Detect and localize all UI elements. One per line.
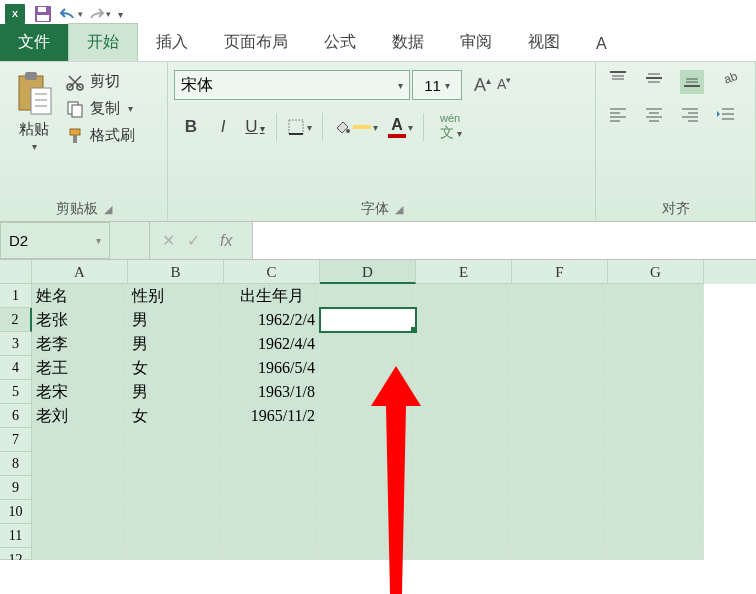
- row-header[interactable]: 9: [0, 476, 32, 500]
- align-right-button[interactable]: [680, 106, 700, 126]
- cell[interactable]: [416, 428, 512, 452]
- row-header[interactable]: 5: [0, 380, 32, 404]
- align-middle-button[interactable]: [644, 70, 664, 94]
- cell[interactable]: [224, 500, 320, 524]
- cell[interactable]: [32, 476, 128, 500]
- cell[interactable]: [320, 380, 416, 404]
- cell[interactable]: [416, 332, 512, 356]
- dropdown-icon[interactable]: ▾: [445, 80, 450, 91]
- font-size-combo[interactable]: 11 ▾: [412, 70, 462, 100]
- row-header[interactable]: 11: [0, 524, 32, 548]
- cell[interactable]: 老张: [32, 308, 128, 332]
- cell[interactable]: [320, 284, 416, 308]
- cell[interactable]: [32, 500, 128, 524]
- row-header[interactable]: 3: [0, 332, 32, 356]
- increase-font-button[interactable]: A▴: [474, 75, 491, 96]
- cell[interactable]: 姓名: [32, 284, 128, 308]
- font-color-button[interactable]: A ▾: [388, 116, 413, 138]
- col-header-f[interactable]: F: [512, 260, 608, 284]
- cell[interactable]: [224, 524, 320, 548]
- cell[interactable]: [320, 356, 416, 380]
- cell[interactable]: [512, 404, 608, 428]
- col-header-g[interactable]: G: [608, 260, 704, 284]
- cell[interactable]: [320, 332, 416, 356]
- cell[interactable]: [320, 452, 416, 476]
- cell[interactable]: 老王: [32, 356, 128, 380]
- format-painter-button[interactable]: 格式刷: [66, 126, 135, 145]
- tab-review[interactable]: 审阅: [442, 24, 510, 61]
- cell[interactable]: [32, 548, 128, 560]
- cell[interactable]: [608, 452, 704, 476]
- cell[interactable]: [128, 524, 224, 548]
- cell[interactable]: 男: [128, 380, 224, 404]
- cell[interactable]: [320, 548, 416, 560]
- align-left-button[interactable]: [608, 106, 628, 126]
- cell[interactable]: 老刘: [32, 404, 128, 428]
- cell[interactable]: [320, 476, 416, 500]
- cell[interactable]: [608, 524, 704, 548]
- tab-view[interactable]: 视图: [510, 24, 578, 61]
- cell[interactable]: [608, 332, 704, 356]
- cell[interactable]: [224, 452, 320, 476]
- dropdown-icon[interactable]: ▾: [128, 103, 133, 114]
- cell[interactable]: [512, 380, 608, 404]
- customize-qat-button[interactable]: ▾: [114, 9, 127, 20]
- cell[interactable]: [416, 500, 512, 524]
- copy-button[interactable]: 复制 ▾: [66, 99, 135, 118]
- name-box[interactable]: D2 ▾: [0, 222, 110, 259]
- cell[interactable]: [320, 524, 416, 548]
- dropdown-icon[interactable]: ▾: [373, 122, 378, 133]
- dropdown-icon[interactable]: ▾: [106, 9, 111, 19]
- row-header[interactable]: 2: [0, 308, 32, 332]
- borders-button[interactable]: ▾: [287, 118, 312, 136]
- cell[interactable]: [32, 428, 128, 452]
- phonetic-button[interactable]: wén 文 ▾: [440, 112, 462, 142]
- cell[interactable]: [128, 428, 224, 452]
- cell[interactable]: [512, 500, 608, 524]
- cell[interactable]: [608, 404, 704, 428]
- col-header-a[interactable]: A: [32, 260, 128, 284]
- row-header[interactable]: 4: [0, 356, 32, 380]
- italic-button[interactable]: I: [212, 117, 234, 137]
- row-header[interactable]: 8: [0, 452, 32, 476]
- align-bottom-button[interactable]: [680, 70, 704, 94]
- cell[interactable]: [32, 452, 128, 476]
- cell[interactable]: [320, 500, 416, 524]
- cell[interactable]: [608, 500, 704, 524]
- cut-button[interactable]: 剪切: [66, 72, 135, 91]
- cell[interactable]: [416, 524, 512, 548]
- accept-formula-button[interactable]: ✓: [187, 231, 200, 250]
- dialog-launcher-icon[interactable]: ◢: [104, 203, 112, 216]
- fx-button[interactable]: fx: [212, 232, 240, 250]
- underline-button[interactable]: U▾: [244, 117, 266, 137]
- cell[interactable]: [512, 332, 608, 356]
- cell[interactable]: 出生年月: [224, 284, 320, 308]
- cell[interactable]: [608, 356, 704, 380]
- cell[interactable]: [416, 308, 512, 332]
- cell[interactable]: [608, 428, 704, 452]
- cell[interactable]: 女: [128, 404, 224, 428]
- tab-home[interactable]: 开始: [68, 23, 138, 61]
- formula-input[interactable]: [253, 222, 756, 259]
- paste-button[interactable]: 粘贴 ▾: [6, 66, 62, 152]
- cell[interactable]: 性别: [128, 284, 224, 308]
- cell[interactable]: [416, 380, 512, 404]
- col-header-d[interactable]: D: [320, 260, 416, 284]
- cell[interactable]: 1963/1/8: [224, 380, 320, 404]
- cell[interactable]: [512, 308, 608, 332]
- cell[interactable]: [224, 548, 320, 560]
- cell[interactable]: [416, 452, 512, 476]
- orientation-button[interactable]: ab: [720, 70, 740, 94]
- cell[interactable]: [512, 356, 608, 380]
- tab-page-layout[interactable]: 页面布局: [206, 24, 306, 61]
- dialog-launcher-icon[interactable]: ◢: [395, 203, 403, 216]
- cell[interactable]: 1962/2/4: [224, 308, 320, 332]
- tab-insert[interactable]: 插入: [138, 24, 206, 61]
- cell[interactable]: [128, 452, 224, 476]
- row-header[interactable]: 10: [0, 500, 32, 524]
- row-header[interactable]: 6: [0, 404, 32, 428]
- select-all-corner[interactable]: [0, 260, 32, 284]
- cell[interactable]: 1962/4/4: [224, 332, 320, 356]
- bold-button[interactable]: B: [180, 117, 202, 137]
- cell[interactable]: [608, 284, 704, 308]
